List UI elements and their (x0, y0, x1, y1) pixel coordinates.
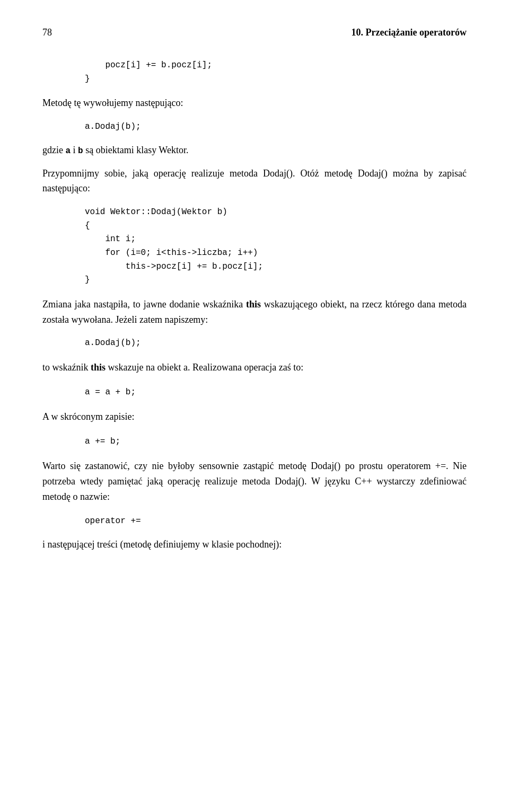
code-block-dodaj: void Wektor::Dodaj(Wektor b) { int i; fo… (85, 206, 467, 287)
paragraph-7: Warto się zastanowić, czy nie byłoby sen… (42, 458, 467, 504)
chapter-title: 10. Przeciążanie operatorów (352, 25, 467, 40)
paragraph-3: Przypomnijmy sobie, jaką operację realiz… (42, 166, 467, 197)
paragraph-4: Zmiana jaka nastąpiła, to jawne dodanie … (42, 297, 467, 328)
paragraph-6: A w skróconym zapisie: (42, 409, 467, 425)
paragraph-8: i następującej treści (metodę definiujem… (42, 537, 467, 552)
page-number: 78 (42, 25, 52, 40)
code-5: operator += (85, 515, 467, 527)
code-1: a.Dodaj(b); (85, 120, 467, 133)
paragraph-5: to wskaźnik this wskazuje na obiekt a. R… (42, 360, 467, 375)
page: 78 10. Przeciążanie operatorów pocz[i] +… (0, 0, 509, 812)
content-area: pocz[i] += b.pocz[i]; } Metodę tę wywołu… (42, 59, 467, 552)
code-4: a += b; (85, 435, 467, 448)
code-3: a = a + b; (85, 386, 467, 399)
code-top: pocz[i] += b.pocz[i]; } (85, 59, 467, 86)
paragraph-1: Metodę tę wywołujemy następująco: (42, 95, 467, 111)
page-header: 78 10. Przeciążanie operatorów (42, 25, 467, 40)
code-2: a.Dodaj(b); (85, 337, 467, 349)
paragraph-2: gdzie a i b są obiektami klasy Wektor. (42, 143, 467, 158)
